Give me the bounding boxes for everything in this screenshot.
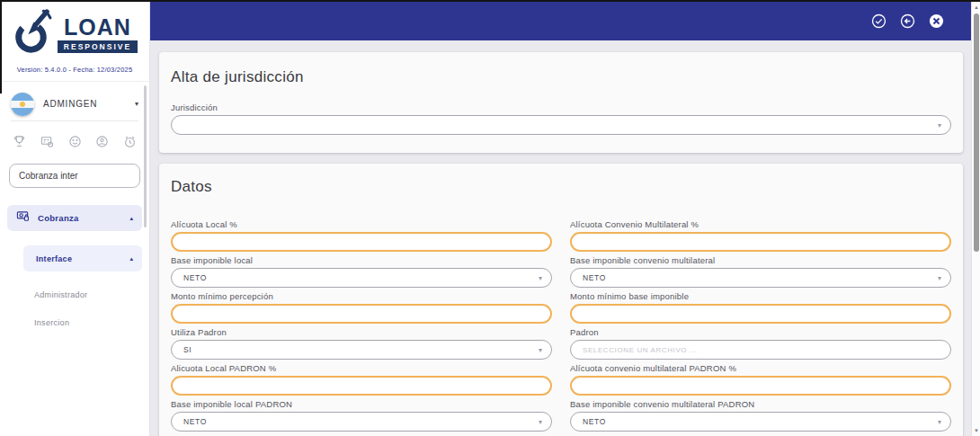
sidebar: LOAN RESPONSIVE Versión: 5.4.0.0 - Fecha…: [0, 2, 150, 436]
sidebar-scrollbar[interactable]: [144, 85, 147, 227]
field-label: Jurisdicción: [171, 102, 951, 112]
top-header-bar: [150, 2, 971, 40]
field-label: Alícuota convenio multilateral PADRON %: [570, 363, 951, 373]
field-monto-m-nimo-base-imponible: Monto mínimo base imponible: [570, 291, 951, 324]
sidebar-item-administrador[interactable]: Administrador: [0, 290, 149, 299]
quick-icons-row: [13, 135, 137, 148]
field-label: Alícuota Convenio Multilateral %: [570, 219, 951, 229]
window-left-edge: [0, 0, 2, 93]
chevron-down-icon: ▾: [938, 121, 941, 129]
field-label: Monto mínimo percepción: [171, 291, 552, 301]
select-value: NETO: [183, 417, 207, 426]
alta-jurisdiccion-card: Alta de jurisdicción Jurisdicción ▾: [159, 52, 963, 153]
chevron-down-icon: ▾: [539, 418, 542, 426]
search-input[interactable]: [9, 164, 140, 188]
field-monto-m-nimo-percepci-n: Monto mínimo percepción: [171, 291, 552, 324]
field-label: Alícuota Local %: [171, 219, 552, 229]
vertical-scrollbar[interactable]: ▲ ▼: [971, 2, 980, 436]
al-cuota-convenio-multilateral-input[interactable]: [570, 232, 951, 252]
sidebar-item-label: Interface: [36, 254, 72, 263]
alarm-icon[interactable]: [123, 135, 137, 148]
chevron-down-icon: ▾: [539, 274, 542, 282]
chevron-down-icon: ▾: [938, 418, 941, 426]
scrollbar-thumb[interactable]: [974, 13, 979, 252]
close-circle-icon[interactable]: [929, 13, 944, 29]
padron-file-input[interactable]: SELECCIONE UN ARCHIVO ...: [570, 340, 951, 360]
sidebar-item-label: Cobranza: [38, 213, 79, 223]
user-selector[interactable]: ADMINGEN ▾: [11, 87, 138, 121]
file-placeholder: SELECCIONE UN ARCHIVO ...: [583, 346, 697, 354]
user-circle-icon[interactable]: [95, 135, 109, 148]
base-imponible-convenio-multilateral-select[interactable]: NETO▾: [570, 268, 951, 288]
brand-subtitle: RESPONSIVE: [58, 40, 138, 53]
back-circle-icon[interactable]: [900, 13, 915, 29]
smiley-icon[interactable]: [68, 135, 82, 148]
chevron-up-icon: ▴: [129, 215, 133, 222]
datos-fields-grid: Alícuota Local %Alícuota Convenio Multil…: [171, 219, 951, 436]
field-al-cuota-convenio-multilateral: Alícuota Convenio Multilateral %: [570, 219, 951, 252]
al-cuota-local-input[interactable]: [171, 232, 552, 252]
sidebar-item-insercion[interactable]: Insercion: [0, 318, 149, 327]
sidebar-item-interface[interactable]: Interface ▴: [23, 245, 142, 271]
field-base-imponible-local: Base imponible localNETO▾: [171, 255, 552, 288]
section-title: Datos: [171, 178, 951, 196]
chevron-down-icon: ▾: [938, 274, 941, 282]
field-utiliza-padron: Utiliza PadronSI▾: [171, 327, 552, 360]
select-value: SI: [183, 345, 192, 354]
brand-name: LOAN: [64, 15, 131, 39]
jurisdiccion-select[interactable]: ▾: [171, 115, 951, 135]
base-imponible-convenio-multilateral-padron-select[interactable]: NETO▾: [570, 412, 951, 432]
select-value: NETO: [583, 417, 606, 426]
page-title: Alta de jurisdicción: [171, 68, 951, 86]
field-padron: PadronSELECCIONE UN ARCHIVO ...: [570, 327, 951, 360]
select-value: NETO: [583, 273, 606, 282]
field-label: Utiliza Padron: [171, 327, 552, 337]
window-top-edge: [0, 0, 980, 2]
field-label: Padron: [570, 327, 951, 337]
base-imponible-local-padron-select[interactable]: NETO▾: [171, 412, 552, 432]
chevron-up-icon: ▴: [129, 255, 133, 262]
field-al-cuota-convenio-multilateral-padron: Alícuota convenio multilateral PADRON %: [570, 363, 951, 396]
field-label: Base imponible convenio multilateral: [570, 255, 951, 265]
al-cuota-convenio-multilateral-padron-input[interactable]: [570, 376, 951, 396]
payment-terminal-icon: [16, 209, 30, 227]
sidebar-item-cobranza[interactable]: Cobranza ▴: [7, 205, 142, 231]
field-base-imponible-convenio-multilateral-padron: Base imponible convenio multilateral PAD…: [570, 399, 951, 432]
modules-icon[interactable]: [40, 135, 54, 148]
monto-m-nimo-base-imponible-input[interactable]: [570, 304, 951, 324]
field-base-imponible-local-padron: Base imponible local PADRONNETO▾: [171, 399, 552, 432]
argentina-flag-avatar: [11, 93, 34, 116]
select-value: NETO: [183, 273, 207, 282]
alicuota-local-padron-input[interactable]: [171, 376, 552, 396]
trophy-icon[interactable]: [13, 135, 26, 148]
user-name: ADMINGEN: [43, 99, 97, 109]
version-text: Versión: 5.4.0.0 - Fecha: 12/03/2025: [5, 66, 144, 74]
base-imponible-local-select[interactable]: NETO▾: [171, 268, 552, 288]
field-label: Monto mínimo base imponible: [570, 291, 951, 301]
chevron-down-icon: ▾: [539, 346, 542, 354]
monto-m-nimo-percepci-n-input[interactable]: [171, 304, 552, 324]
utiliza-padron-select[interactable]: SI▾: [171, 340, 552, 360]
datos-card: Datos Alícuota Local %Alícuota Convenio …: [159, 164, 963, 436]
field-alicuota-local-padron: Alicuota Local PADRON %: [171, 363, 552, 396]
scroll-up-icon[interactable]: ▲: [973, 4, 980, 10]
loan-circle-arrow-logo-icon: [12, 9, 53, 59]
field-label: Alicuota Local PADRON %: [171, 363, 552, 373]
chevron-down-icon: ▾: [135, 100, 138, 108]
field-label: Base imponible local PADRON: [171, 399, 552, 409]
scroll-down-icon[interactable]: ▼: [973, 428, 980, 433]
field-label: Base imponible local: [171, 255, 552, 265]
main-content: Alta de jurisdicción Jurisdicción ▾ Dato…: [150, 40, 971, 436]
field-al-cuota-local: Alícuota Local %: [171, 219, 552, 252]
logo-block: LOAN RESPONSIVE Versión: 5.4.0.0 - Fecha…: [0, 2, 149, 82]
field-base-imponible-convenio-multilateral: Base imponible convenio multilateralNETO…: [570, 255, 951, 288]
field-label: Base imponible convenio multilateral PAD…: [570, 399, 951, 409]
confirm-circle-icon[interactable]: [871, 13, 886, 29]
